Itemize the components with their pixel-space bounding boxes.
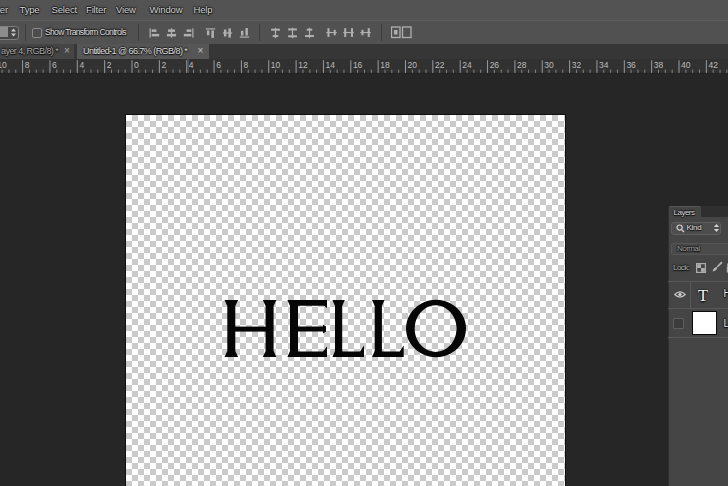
svg-text:16: 16 [353,60,363,70]
svg-text:42: 42 [708,60,718,70]
svg-text:30: 30 [544,60,554,70]
svg-text:8: 8 [25,60,30,70]
svg-text:6: 6 [52,60,57,70]
svg-text:2: 2 [161,60,166,70]
svg-text:6: 6 [216,60,221,70]
svg-text:34: 34 [599,60,609,70]
svg-text:40: 40 [681,60,691,70]
svg-text:0: 0 [134,60,139,70]
svg-text:10: 10 [271,60,281,70]
svg-text:26: 26 [490,60,500,70]
svg-text:4: 4 [79,60,84,70]
svg-text:4: 4 [189,60,194,70]
svg-text:18: 18 [380,60,390,70]
svg-text:28: 28 [517,60,527,70]
svg-text:22: 22 [435,60,445,70]
svg-text:10: 10 [0,60,7,70]
svg-text:36: 36 [626,60,636,70]
svg-text:20: 20 [408,60,418,70]
svg-text:14: 14 [326,60,336,70]
svg-text:38: 38 [654,60,664,70]
svg-text:24: 24 [462,60,472,70]
svg-text:8: 8 [244,60,249,70]
svg-text:2: 2 [107,60,112,70]
svg-text:12: 12 [298,60,308,70]
svg-text:32: 32 [572,60,582,70]
